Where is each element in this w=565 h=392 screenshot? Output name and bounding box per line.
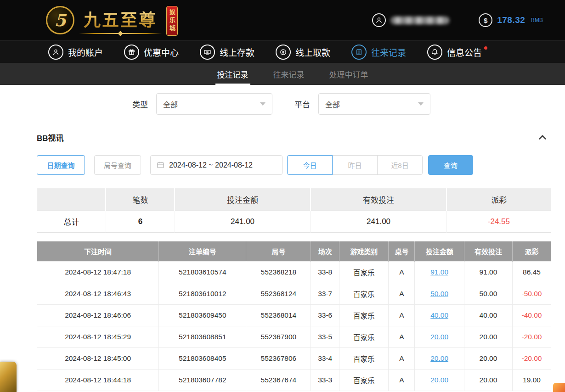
logo-flourish <box>79 33 162 34</box>
table-header-row: 下注时间 注单编号 局号 场次 游戏类别 桌号 投注金额 有效投注 派彩 <box>37 241 551 262</box>
username-blurred <box>390 17 449 24</box>
summary-header-blank <box>37 188 106 211</box>
summary-header-count: 笔数 <box>106 188 175 211</box>
cell-bet-time: 2024-08-12 18:45:29 <box>37 326 159 348</box>
service-widget-partial[interactable] <box>553 383 565 392</box>
summary-header-bet-amount: 投注金额 <box>175 188 310 211</box>
record-tabs: 投注记录 往来记录 处理中订单 <box>0 63 565 85</box>
promo-float-partial[interactable] <box>0 362 17 392</box>
summary-table: 笔数 投注金额 有效投注 派彩 总计 6 241.00 241.00 -24.5… <box>37 188 551 233</box>
nav-item-announcements[interactable]: 信息公告 <box>427 45 482 60</box>
bet-amount-link[interactable]: 40.00 <box>430 311 448 319</box>
platform-select[interactable]: 全部 <box>318 93 430 115</box>
today-button[interactable]: 今日 <box>287 155 333 175</box>
cell-game-type: 百家乐 <box>339 326 388 348</box>
nav-item-withdraw[interactable]: 线上取款 <box>276 45 330 60</box>
col-payout: 派彩 <box>513 241 551 262</box>
nav-label: 优惠中心 <box>144 46 179 58</box>
deposit-icon <box>200 45 215 60</box>
bet-records-table: 下注时间 注单编号 局号 场次 游戏类别 桌号 投注金额 有效投注 派彩 202… <box>37 241 551 391</box>
cell-bet-time: 2024-08-12 18:46:43 <box>37 283 159 305</box>
cell-session: 33-4 <box>311 348 339 370</box>
summary-valid-bet: 241.00 <box>311 211 447 233</box>
table-body: 2024-08-12 18:47:18 521803610574 5523682… <box>37 262 551 391</box>
table-row: 2024-08-12 18:46:06 521803609450 5523680… <box>37 305 551 326</box>
last-8-days-button[interactable]: 近8日 <box>377 155 423 175</box>
filter-row: 类型 全部 平台 全部 <box>132 93 551 115</box>
date-range-input[interactable]: 2024-08-12 ~ 2024-08-12 <box>150 155 282 175</box>
cell-bet-id: 521803608405 <box>159 348 246 370</box>
cell-bet-id: 521803609450 <box>159 305 246 326</box>
cell-round-no: 552368218 <box>246 262 311 283</box>
table-row: 2024-08-12 18:45:29 521803608851 5523679… <box>37 326 551 348</box>
summary-header-row: 笔数 投注金额 有效投注 派彩 <box>37 188 551 211</box>
cell-table-no: A <box>389 326 415 348</box>
yesterday-button[interactable]: 昨日 <box>332 155 378 175</box>
chevron-down-icon <box>260 102 266 106</box>
cell-session: 33-7 <box>311 283 339 305</box>
nav-item-promotions[interactable]: 优惠中心 <box>124 45 179 60</box>
cell-session: 33-6 <box>311 305 339 326</box>
cell-bet-time: 2024-08-12 18:47:18 <box>37 262 159 283</box>
top-header: 5 九五至尊 娱乐城 $ 178.32 RMB <box>0 0 565 40</box>
cell-round-no: 552367674 <box>246 370 311 391</box>
type-filter-label: 类型 <box>132 98 148 110</box>
bet-amount-link[interactable]: 50.00 <box>430 290 448 297</box>
cell-bet-id: 521803610012 <box>159 283 246 305</box>
col-table-no: 桌号 <box>389 241 415 262</box>
nav-item-records[interactable]: 往来记录 <box>351 45 406 60</box>
page: 5 九五至尊 娱乐城 $ 178.32 RMB <box>0 0 565 392</box>
tab-bet-records[interactable]: 投注记录 <box>215 63 250 85</box>
summary-header-payout: 派彩 <box>446 188 551 211</box>
cell-payout: -50.00 <box>513 283 551 305</box>
cell-game-type: 百家乐 <box>339 305 388 326</box>
tab-transactions[interactable]: 往来记录 <box>271 63 306 85</box>
bell-icon <box>427 45 442 60</box>
col-valid-bet: 有效投注 <box>464 241 512 262</box>
tab-processing-orders[interactable]: 处理中订单 <box>328 63 370 85</box>
cell-valid-bet: 40.00 <box>464 305 512 326</box>
cell-bet-id: 521803608851 <box>159 326 246 348</box>
account-chip[interactable] <box>372 13 449 27</box>
search-button[interactable]: 查询 <box>428 155 473 175</box>
cell-valid-bet: 20.00 <box>464 370 512 391</box>
cell-game-type: 百家乐 <box>339 370 388 391</box>
round-query-button[interactable]: 局号查询 <box>94 155 141 175</box>
site-logo[interactable]: 5 九五至尊 娱乐城 <box>46 5 178 36</box>
cell-bet-time: 2024-08-12 18:46:06 <box>37 305 159 326</box>
summary-payout: -24.55 <box>446 211 551 233</box>
table-row: 2024-08-12 18:44:18 521803607782 5523676… <box>37 370 551 391</box>
cell-round-no: 552368124 <box>246 283 311 305</box>
nav-item-deposit[interactable]: 线上存款 <box>200 45 254 60</box>
bet-amount-link[interactable]: 20.00 <box>430 376 448 384</box>
date-query-button[interactable]: 日期查询 <box>37 155 85 175</box>
bet-amount-link[interactable]: 20.00 <box>430 333 448 341</box>
notification-dot <box>484 46 487 50</box>
table-row: 2024-08-12 18:46:43 521803610012 5523681… <box>37 283 551 305</box>
balance-chip[interactable]: $ 178.32 RMB <box>479 13 543 27</box>
cell-session: 33-8 <box>311 262 339 283</box>
content: 类型 全部 平台 全部 BB视讯 日期查询 局号查询 2 <box>0 93 565 391</box>
table-row: 2024-08-12 18:45:00 521803608405 5523678… <box>37 348 551 370</box>
col-round-no: 局号 <box>246 241 311 262</box>
collapse-chevron-up-icon[interactable] <box>537 131 548 143</box>
cell-session: 33-3 <box>311 370 339 391</box>
quick-date-group: 今日 昨日 近8日 <box>287 155 423 175</box>
cell-payout: -20.00 <box>513 326 551 348</box>
nav-label: 线上取款 <box>295 46 330 58</box>
bet-amount-link[interactable]: 20.00 <box>430 354 448 362</box>
query-bar: 日期查询 局号查询 2024-08-12 ~ 2024-08-12 今日 昨日 … <box>37 155 551 175</box>
summary-bet-amount: 241.00 <box>175 211 310 233</box>
main-nav: 我的账户 优惠中心 线上存款 线上取款 往来记录 <box>0 40 565 63</box>
cell-bet-id: 521803607782 <box>159 370 246 391</box>
cell-valid-bet: 20.00 <box>464 326 512 348</box>
summary-count: 6 <box>106 211 175 233</box>
col-bet-time: 下注时间 <box>37 241 159 262</box>
type-select[interactable]: 全部 <box>156 93 272 115</box>
nav-item-my-account[interactable]: 我的账户 <box>48 45 103 60</box>
user-icon <box>372 13 386 27</box>
cell-game-type: 百家乐 <box>339 348 388 370</box>
bet-amount-link[interactable]: 91.00 <box>430 268 448 276</box>
cell-game-type: 百家乐 <box>339 283 388 305</box>
type-select-value: 全部 <box>163 99 178 110</box>
